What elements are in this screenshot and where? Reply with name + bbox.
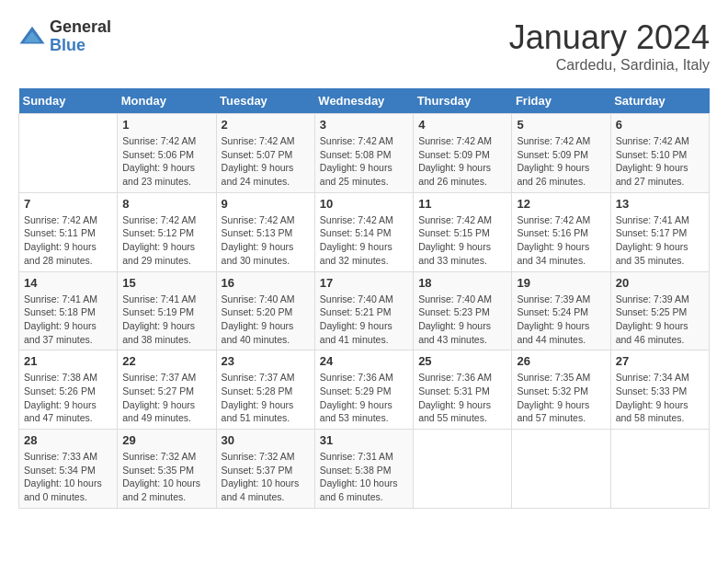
day-cell: 12Sunrise: 7:42 AMSunset: 5:16 PMDayligh… <box>512 192 610 271</box>
day-number: 12 <box>517 197 605 211</box>
day-cell: 19Sunrise: 7:39 AMSunset: 5:24 PMDayligh… <box>512 271 610 350</box>
header-day-wednesday: Wednesday <box>314 88 413 114</box>
day-cell: 22Sunrise: 7:37 AMSunset: 5:27 PMDayligh… <box>118 350 216 430</box>
day-info: Sunrise: 7:39 AMSunset: 5:25 PMDaylight:… <box>616 293 704 347</box>
day-cell: 27Sunrise: 7:34 AMSunset: 5:33 PMDayligh… <box>610 350 709 430</box>
day-number: 5 <box>517 118 605 132</box>
calendar-body: 1Sunrise: 7:42 AMSunset: 5:06 PMDaylight… <box>19 114 710 509</box>
day-info: Sunrise: 7:42 AMSunset: 5:12 PMDaylight:… <box>122 213 210 268</box>
day-info: Sunrise: 7:39 AMSunset: 5:24 PMDaylight:… <box>517 293 605 347</box>
day-number: 18 <box>418 276 506 290</box>
page-header: General Blue January 2024 Cardedu, Sardi… <box>18 18 710 74</box>
logo-icon <box>18 23 46 51</box>
day-info: Sunrise: 7:38 AMSunset: 5:26 PMDaylight:… <box>24 371 112 425</box>
calendar-header: SundayMondayTuesdayWednesdayThursdayFrid… <box>19 88 710 114</box>
day-number: 26 <box>517 354 605 368</box>
day-info: Sunrise: 7:36 AMSunset: 5:29 PMDaylight:… <box>320 371 408 425</box>
day-info: Sunrise: 7:42 AMSunset: 5:09 PMDaylight:… <box>418 134 506 189</box>
day-number: 20 <box>616 276 704 290</box>
day-cell: 24Sunrise: 7:36 AMSunset: 5:29 PMDayligh… <box>314 350 413 430</box>
day-number: 14 <box>24 276 112 290</box>
day-info: Sunrise: 7:32 AMSunset: 5:35 PMDaylight:… <box>122 450 210 504</box>
day-number: 25 <box>418 354 506 368</box>
day-cell: 28Sunrise: 7:33 AMSunset: 5:34 PMDayligh… <box>19 430 118 509</box>
day-info: Sunrise: 7:34 AMSunset: 5:33 PMDaylight:… <box>616 371 704 425</box>
logo-general: General <box>50 18 111 37</box>
header-day-saturday: Saturday <box>610 88 709 114</box>
header-day-monday: Monday <box>118 88 216 114</box>
week-row-1: 1Sunrise: 7:42 AMSunset: 5:06 PMDaylight… <box>19 114 710 193</box>
day-cell: 14Sunrise: 7:41 AMSunset: 5:18 PMDayligh… <box>19 271 118 350</box>
day-info: Sunrise: 7:42 AMSunset: 5:14 PMDaylight:… <box>320 213 408 268</box>
day-cell: 5Sunrise: 7:42 AMSunset: 5:09 PMDaylight… <box>512 114 610 193</box>
day-info: Sunrise: 7:40 AMSunset: 5:21 PMDaylight:… <box>320 293 408 347</box>
day-number: 13 <box>616 197 704 211</box>
logo-blue: Blue <box>50 37 111 55</box>
day-cell: 8Sunrise: 7:42 AMSunset: 5:12 PMDaylight… <box>118 192 216 271</box>
day-info: Sunrise: 7:42 AMSunset: 5:13 PMDaylight:… <box>222 213 310 268</box>
day-cell: 10Sunrise: 7:42 AMSunset: 5:14 PMDayligh… <box>314 192 413 271</box>
day-number: 23 <box>222 354 310 368</box>
day-cell: 31Sunrise: 7:31 AMSunset: 5:38 PMDayligh… <box>314 430 413 509</box>
location: Cardedu, Sardinia, Italy <box>509 57 710 74</box>
day-cell <box>414 430 512 509</box>
header-day-tuesday: Tuesday <box>216 88 314 114</box>
day-cell: 1Sunrise: 7:42 AMSunset: 5:06 PMDaylight… <box>118 114 216 193</box>
day-info: Sunrise: 7:40 AMSunset: 5:23 PMDaylight:… <box>418 293 506 347</box>
day-info: Sunrise: 7:40 AMSunset: 5:20 PMDaylight:… <box>222 293 310 347</box>
day-info: Sunrise: 7:42 AMSunset: 5:11 PMDaylight:… <box>24 213 112 268</box>
day-cell: 29Sunrise: 7:32 AMSunset: 5:35 PMDayligh… <box>118 430 216 509</box>
month-title: January 2024 <box>509 18 710 57</box>
day-info: Sunrise: 7:41 AMSunset: 5:17 PMDaylight:… <box>616 213 704 268</box>
day-cell: 4Sunrise: 7:42 AMSunset: 5:09 PMDaylight… <box>414 114 512 193</box>
day-cell: 15Sunrise: 7:41 AMSunset: 5:19 PMDayligh… <box>118 271 216 350</box>
day-number: 19 <box>517 276 605 290</box>
day-info: Sunrise: 7:42 AMSunset: 5:10 PMDaylight:… <box>616 134 704 189</box>
day-number: 2 <box>222 118 310 132</box>
header-row: SundayMondayTuesdayWednesdayThursdayFrid… <box>19 88 710 114</box>
day-number: 28 <box>24 433 112 447</box>
title-block: January 2024 Cardedu, Sardinia, Italy <box>509 18 710 74</box>
day-info: Sunrise: 7:33 AMSunset: 5:34 PMDaylight:… <box>24 450 112 504</box>
day-cell: 3Sunrise: 7:42 AMSunset: 5:08 PMDaylight… <box>314 114 413 193</box>
day-cell: 11Sunrise: 7:42 AMSunset: 5:15 PMDayligh… <box>414 192 512 271</box>
day-cell: 16Sunrise: 7:40 AMSunset: 5:20 PMDayligh… <box>216 271 314 350</box>
day-cell: 13Sunrise: 7:41 AMSunset: 5:17 PMDayligh… <box>610 192 709 271</box>
day-cell: 23Sunrise: 7:37 AMSunset: 5:28 PMDayligh… <box>216 350 314 430</box>
day-info: Sunrise: 7:41 AMSunset: 5:18 PMDaylight:… <box>24 293 112 347</box>
week-row-4: 21Sunrise: 7:38 AMSunset: 5:26 PMDayligh… <box>19 350 710 430</box>
day-cell <box>512 430 610 509</box>
day-cell: 17Sunrise: 7:40 AMSunset: 5:21 PMDayligh… <box>314 271 413 350</box>
day-info: Sunrise: 7:42 AMSunset: 5:08 PMDaylight:… <box>320 134 408 189</box>
day-info: Sunrise: 7:41 AMSunset: 5:19 PMDaylight:… <box>122 293 210 347</box>
calendar-table: SundayMondayTuesdayWednesdayThursdayFrid… <box>18 88 710 509</box>
day-info: Sunrise: 7:32 AMSunset: 5:37 PMDaylight:… <box>222 450 310 504</box>
day-cell: 18Sunrise: 7:40 AMSunset: 5:23 PMDayligh… <box>414 271 512 350</box>
week-row-3: 14Sunrise: 7:41 AMSunset: 5:18 PMDayligh… <box>19 271 710 350</box>
day-number: 16 <box>222 276 310 290</box>
day-cell <box>19 114 118 193</box>
day-number: 21 <box>24 354 112 368</box>
logo: General Blue <box>18 18 111 55</box>
day-cell: 30Sunrise: 7:32 AMSunset: 5:37 PMDayligh… <box>216 430 314 509</box>
day-cell: 21Sunrise: 7:38 AMSunset: 5:26 PMDayligh… <box>19 350 118 430</box>
day-info: Sunrise: 7:36 AMSunset: 5:31 PMDaylight:… <box>418 371 506 425</box>
day-info: Sunrise: 7:42 AMSunset: 5:06 PMDaylight:… <box>122 134 210 189</box>
week-row-5: 28Sunrise: 7:33 AMSunset: 5:34 PMDayligh… <box>19 430 710 509</box>
day-number: 17 <box>320 276 408 290</box>
day-number: 8 <box>122 197 210 211</box>
day-number: 30 <box>222 433 310 447</box>
header-day-sunday: Sunday <box>19 88 118 114</box>
day-info: Sunrise: 7:42 AMSunset: 5:16 PMDaylight:… <box>517 213 605 268</box>
day-cell: 9Sunrise: 7:42 AMSunset: 5:13 PMDaylight… <box>216 192 314 271</box>
day-number: 29 <box>122 433 210 447</box>
day-info: Sunrise: 7:37 AMSunset: 5:28 PMDaylight:… <box>222 371 310 425</box>
day-number: 15 <box>122 276 210 290</box>
day-number: 31 <box>320 433 408 447</box>
day-number: 9 <box>222 197 310 211</box>
day-number: 7 <box>24 197 112 211</box>
day-info: Sunrise: 7:42 AMSunset: 5:09 PMDaylight:… <box>517 134 605 189</box>
logo-text: General Blue <box>50 18 111 55</box>
day-info: Sunrise: 7:31 AMSunset: 5:38 PMDaylight:… <box>320 450 408 504</box>
header-day-thursday: Thursday <box>414 88 512 114</box>
